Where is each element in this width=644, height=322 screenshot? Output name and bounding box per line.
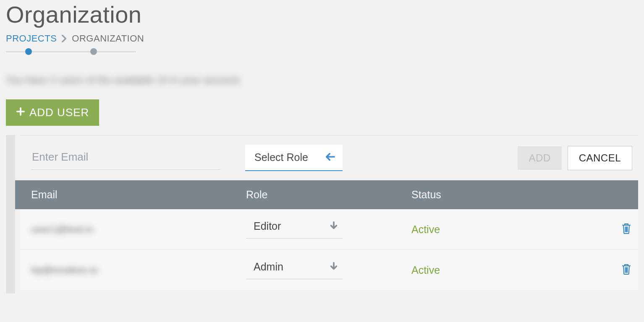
step-dot-1[interactable] [25,48,32,55]
breadcrumb: PROJECTS ORGANIZATION [6,33,638,44]
cell-email: user1@test.io [31,223,246,235]
chevron-down-icon [329,262,338,273]
header-email: Email [31,189,246,201]
user-quota-text: You have 2 users of the available 10 in … [6,74,283,87]
cell-status: Active [411,223,609,236]
role-value: Admin [254,261,283,273]
breadcrumb-projects[interactable]: PROJECTS [6,33,57,44]
role-value: Editor [254,220,281,232]
table-header: Email Role Status [6,180,638,209]
arrow-left-icon [326,152,335,163]
role-dropdown[interactable]: Admin [246,261,343,279]
trash-icon[interactable] [621,223,631,236]
add-user-label: ADD USER [29,106,89,119]
chevron-down-icon [329,221,338,232]
role-select[interactable]: Select Role [245,145,343,171]
table-row: user1@test.io Editor Active [20,209,638,250]
breadcrumb-organization: ORGANIZATION [72,33,144,44]
table-row: hp@exubios.io Admin Active [20,250,638,290]
plus-icon [16,106,25,119]
table-body: user1@test.io Editor Active [20,209,638,290]
page-title: Organization [6,1,638,28]
role-select-label: Select Role [254,151,308,164]
cancel-button[interactable]: CANCEL [568,146,632,170]
panel-accent-bar [6,135,15,293]
role-dropdown[interactable]: Editor [246,220,343,239]
users-panel: Select Role ADD CANCEL Email Role Status… [6,135,638,290]
header-status: Status [411,189,627,201]
chevron-right-icon [62,35,67,42]
add-user-button[interactable]: ADD USER [6,99,99,126]
cell-status: Active [411,264,609,276]
header-role: Role [246,189,411,201]
add-user-form: Select Role ADD CANCEL [20,135,638,180]
trash-icon[interactable] [621,263,631,277]
add-button[interactable]: ADD [518,146,561,170]
step-indicator [6,48,136,55]
step-dot-2[interactable] [90,48,97,55]
cell-email: hp@exubios.io [31,264,246,276]
email-input[interactable] [31,146,220,170]
